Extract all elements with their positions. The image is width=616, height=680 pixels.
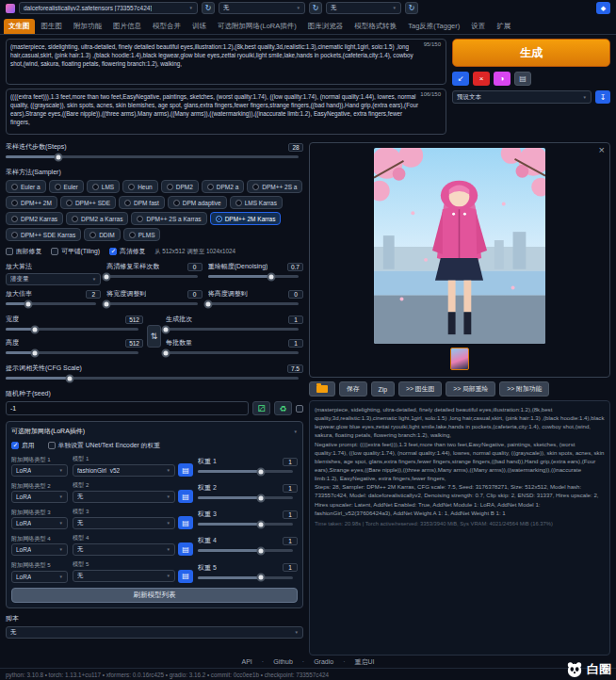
addnet-weight-value[interactable]: 1 — [283, 563, 298, 572]
tab[interactable]: 图片信息 — [108, 19, 146, 34]
face-restore-checkbox[interactable]: 面部修复 — [6, 247, 41, 256]
negative-prompt-textarea[interactable]: ((((extra feet))),1.3 feet,more than two… — [6, 89, 446, 135]
open-folder-button[interactable] — [309, 381, 335, 397]
hires-fix-checkbox[interactable]: 高清修复 — [109, 247, 145, 256]
clear-prompt-button[interactable]: × — [473, 72, 490, 86]
tab[interactable]: 图库浏览器 — [303, 19, 349, 34]
height-value[interactable]: 512 — [125, 339, 143, 348]
hires-steps-value[interactable]: 0 — [187, 263, 203, 271]
tab[interactable]: 附加功能 — [69, 19, 106, 34]
sampler-option[interactable]: LMS — [87, 180, 120, 193]
tab[interactable]: 模型合并 — [148, 19, 186, 34]
paintbrush-button[interactable]: ◆ — [596, 2, 610, 14]
slider-track[interactable] — [198, 576, 293, 579]
slider-thumb[interactable] — [24, 300, 33, 308]
prompt-textarea[interactable]: (masterpiece, sidelighting, ultra-detail… — [6, 39, 446, 85]
slider-track[interactable] — [6, 302, 96, 305]
slider-track[interactable] — [198, 496, 293, 499]
tab[interactable]: 训练 — [187, 19, 211, 34]
gallery-thumbnail[interactable] — [450, 348, 469, 370]
addnet-model-dropdown[interactable]: 无▼ — [73, 570, 175, 582]
generated-image[interactable] — [374, 148, 545, 344]
addnet-weight-slider[interactable]: 权重 11 — [198, 457, 298, 477]
seed-extra-checkbox[interactable] — [296, 405, 303, 413]
addnet-weight-slider[interactable]: 权重 21 — [198, 483, 298, 503]
tab[interactable]: 扩展 — [492, 19, 515, 34]
batch-count-value[interactable]: 1 — [288, 316, 303, 324]
tiling-checkbox[interactable]: 可平铺(Tiling) — [51, 247, 100, 256]
sampler-option[interactable]: DPM adaptive — [168, 196, 227, 209]
sampler-option[interactable]: DPM2 Karras — [6, 212, 63, 225]
slider-thumb[interactable] — [31, 348, 40, 357]
slider-track[interactable] — [166, 351, 299, 354]
tab[interactable]: 可选附加网络(LoRA插件) — [213, 19, 301, 34]
send-to-inpaint-button[interactable]: >> 局部重绘 — [446, 381, 495, 397]
addnet-type-dropdown[interactable]: LoRA▼ — [11, 491, 68, 503]
tab[interactable]: 模型格式转换 — [349, 19, 401, 34]
addnet-model-dropdown[interactable]: fashionGirl_v52▼ — [73, 464, 175, 477]
restore-params-button[interactable]: ↙ — [452, 72, 469, 86]
save-button[interactable]: 保存 — [339, 381, 367, 397]
addnet-enable-checkbox[interactable]: 启用 — [11, 441, 35, 450]
sampler-option[interactable]: LMS Karras — [230, 196, 283, 209]
slider-track[interactable] — [106, 302, 197, 305]
extra-networks-button[interactable]: ◑ — [494, 72, 511, 86]
refresh-checkpoint-button[interactable]: ↻ — [202, 2, 215, 14]
sampler-option[interactable]: DPM2 a — [202, 180, 244, 193]
tab[interactable]: 图生图 — [37, 19, 68, 34]
slider-thumb[interactable] — [256, 467, 265, 476]
slider-track[interactable] — [6, 328, 138, 331]
save-style-button[interactable]: ↧ — [595, 90, 610, 104]
generate-button[interactable]: 生成 — [452, 39, 610, 67]
slider-track[interactable] — [198, 470, 293, 473]
resize-height-value[interactable]: 0 — [288, 290, 303, 299]
slider-thumb[interactable] — [103, 272, 111, 281]
addnet-weight-slider[interactable]: 权重 41 — [198, 536, 298, 556]
tab[interactable]: 文生图 — [4, 19, 35, 34]
sampler-option[interactable]: DPM++ 2M Karras — [210, 212, 282, 225]
slider-thumb[interactable] — [162, 348, 170, 357]
close-icon[interactable]: × — [599, 144, 605, 155]
zip-button[interactable]: Zip — [371, 381, 395, 397]
sampler-option[interactable]: Heun — [122, 180, 158, 193]
footer-link[interactable]: Github — [252, 658, 293, 665]
addnet-model-info-button[interactable]: ▤ — [178, 516, 193, 529]
sampler-option[interactable]: PLMS — [123, 228, 161, 241]
tab[interactable]: Tag反推(Tagger) — [403, 19, 464, 34]
slider-track[interactable] — [6, 155, 299, 158]
addnet-weight-value[interactable]: 1 — [283, 537, 298, 545]
footer-link[interactable]: API — [242, 658, 252, 665]
width-slider[interactable]: 宽度512 — [6, 315, 143, 334]
sampler-option[interactable]: Euler — [49, 180, 84, 193]
slider-track[interactable] — [198, 523, 293, 526]
sampler-option[interactable]: DPM++ 2S a Karras — [131, 212, 206, 225]
slider-track[interactable] — [198, 549, 293, 552]
slider-thumb[interactable] — [267, 272, 276, 281]
sampler-option[interactable]: DPM2 — [161, 180, 199, 193]
upscale-by-slider[interactable]: 放大倍率2 — [6, 289, 101, 309]
addnet-model-dropdown[interactable]: 无▼ — [73, 543, 175, 556]
sampler-option[interactable]: Euler a — [6, 180, 46, 193]
footer-link[interactable]: Gradio — [293, 658, 333, 665]
addnet-weight-value[interactable]: 1 — [283, 458, 298, 466]
slider-track[interactable] — [208, 275, 299, 278]
reuse-seed-button[interactable]: ♻ — [274, 401, 292, 415]
resize-height-slider[interactable]: 将高度调整到0 — [208, 289, 303, 309]
random-seed-button[interactable]: ⚂ — [252, 401, 270, 415]
width-value[interactable]: 512 — [125, 316, 143, 324]
send-to-img2img-button[interactable]: >> 图生图 — [398, 381, 442, 397]
vae-dropdown[interactable]: 无 ▼ — [219, 2, 305, 14]
addnet-separate-weights-checkbox[interactable]: 单独设置 UNet/Text Encoder 的权重 — [48, 441, 160, 450]
sampler-option[interactable]: DPM2 a Karras — [66, 212, 128, 225]
tab[interactable]: 设置 — [466, 19, 490, 34]
sampler-option[interactable]: DDIM — [84, 228, 121, 241]
sampler-option[interactable]: DPM++ 2M — [6, 196, 57, 209]
addnet-model-info-button[interactable]: ▤ — [178, 542, 193, 556]
denoising-value[interactable]: 0.7 — [287, 263, 303, 271]
denoising-slider[interactable]: 重绘幅度(Denoising)0.7 — [208, 262, 303, 285]
styles-dropdown[interactable]: 预设文本 ▼ — [452, 90, 592, 104]
slider-track[interactable] — [6, 377, 299, 380]
slider-thumb[interactable] — [54, 153, 62, 161]
refresh-vae-button[interactable]: ↻ — [309, 2, 322, 14]
hypernetwork-dropdown[interactable]: 无 ▼ — [326, 2, 401, 14]
